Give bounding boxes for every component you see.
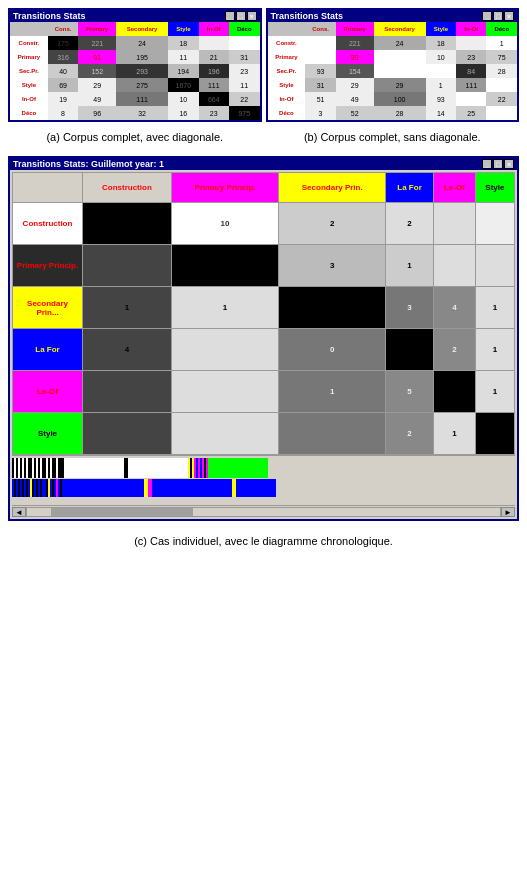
row-a-4: In-Of 19 49 111 10 664 22 xyxy=(10,92,260,106)
close-b[interactable]: × xyxy=(504,11,514,21)
tl-seg xyxy=(128,458,188,478)
row-label-b-4: In-Of xyxy=(268,92,306,106)
big-matrix-container: Construction Primary Princip. Secondary … xyxy=(10,170,517,519)
scrollbar-thumb[interactable] xyxy=(51,508,193,516)
big-cell-3-4: 2 xyxy=(433,329,475,371)
big-cell-0-2: 2 xyxy=(279,203,386,245)
big-cell-1-2: 3 xyxy=(279,245,386,287)
big-cell-5-2 xyxy=(279,413,386,455)
cell-a-0-5 xyxy=(229,36,260,50)
col-h5-a: In-Of xyxy=(199,22,229,36)
window-c: Transitions Stats: Guillemot year: 1 _ □… xyxy=(8,156,519,521)
scroll-right-btn[interactable]: ► xyxy=(501,507,515,517)
titlebar-c: Transitions Stats: Guillemot year: 1 _ □… xyxy=(10,158,517,170)
row-b-4: In-Of 51 49 100 93 22 xyxy=(268,92,518,106)
big-cell-2-1: 1 xyxy=(171,287,279,329)
titlebar-a: Transitions Stats _ □ × xyxy=(10,10,260,22)
controls-b: _ □ × xyxy=(482,11,514,21)
minimize-b[interactable]: _ xyxy=(482,11,492,21)
col-h3-a: Secondary xyxy=(116,22,168,36)
row-label-b-3: Style xyxy=(268,78,306,92)
cell-a-0-3: 18 xyxy=(168,36,198,50)
cell-b-4-1: 49 xyxy=(336,92,374,106)
big-cell-1-4 xyxy=(433,245,475,287)
scroll-left-btn[interactable]: ◄ xyxy=(12,507,26,517)
big-cell-0-4 xyxy=(433,203,475,245)
row-b-5: Déco 3 52 28 14 25 xyxy=(268,106,518,120)
row-a-5: Déco 8 96 32 16 23 975 xyxy=(10,106,260,120)
cell-b-1-1: 99 xyxy=(336,50,374,64)
big-matrix: Construction Primary Princip. Secondary … xyxy=(12,172,515,455)
col-h6-b: Déco xyxy=(486,22,517,36)
header-row-b: Cons. Primary Secondary Style In-Of Déco xyxy=(268,22,518,36)
caption-b: (b) Corpus complet, sans diagonale. xyxy=(266,128,520,146)
close-c[interactable]: × xyxy=(504,159,514,169)
col-h1-b: Cons. xyxy=(305,22,335,36)
timeline-container xyxy=(12,455,515,505)
scrollbar-area[interactable]: ◄ ► xyxy=(12,505,515,517)
big-cell-2-5: 1 xyxy=(475,287,514,329)
cell-a-1-0: 316 xyxy=(48,50,78,64)
big-row-label-4: Le-Of xyxy=(13,371,83,413)
cell-a-5-0: 8 xyxy=(48,106,78,120)
minimize-a[interactable]: _ xyxy=(225,11,235,21)
big-row-5: Style 2 1 xyxy=(13,413,515,455)
big-row-3: La For 4 0 2 1 xyxy=(13,329,515,371)
maximize-b[interactable]: □ xyxy=(493,11,503,21)
controls-c: _ □ × xyxy=(482,159,514,169)
big-row-0: Construction 10 2 2 xyxy=(13,203,515,245)
row-a-1: Primary 316 91 195 11 21 31 xyxy=(10,50,260,64)
page-container: Transitions Stats _ □ × Cons. Primary Se… xyxy=(0,0,527,559)
big-cell-1-1 xyxy=(171,245,279,287)
cell-a-1-5: 31 xyxy=(229,50,260,64)
maximize-c[interactable]: □ xyxy=(493,159,503,169)
big-col-h0 xyxy=(13,173,83,203)
horizontal-scrollbar[interactable] xyxy=(26,507,501,517)
cell-a-1-4: 21 xyxy=(199,50,229,64)
big-col-h1: Construction xyxy=(83,173,172,203)
big-cell-4-5: 1 xyxy=(475,371,514,413)
timeline-bar-2 xyxy=(12,479,515,497)
timeline-bar-1 xyxy=(12,458,515,478)
cell-b-3-2: 29 xyxy=(374,78,426,92)
col-h6-a: Déco xyxy=(229,22,260,36)
top-captions: (a) Corpus complet, avec diagonale. (b) … xyxy=(8,128,519,146)
row-label-b-1: Primary xyxy=(268,50,306,64)
col-h1-a: Cons. xyxy=(48,22,78,36)
tl-seg xyxy=(152,479,232,497)
cell-a-4-4: 664 xyxy=(199,92,229,106)
maximize-a[interactable]: □ xyxy=(236,11,246,21)
cell-b-4-3: 93 xyxy=(426,92,456,106)
cell-b-1-4: 23 xyxy=(456,50,486,64)
row-a-3: Style 69 29 275 1670 111 11 xyxy=(10,78,260,92)
cell-a-1-3: 11 xyxy=(168,50,198,64)
caption-a: (a) Corpus complet, avec diagonale. xyxy=(8,128,262,146)
cell-b-4-0: 51 xyxy=(305,92,335,106)
title-c: Transitions Stats: Guillemot year: 1 xyxy=(13,159,164,169)
controls-a: _ □ × xyxy=(225,11,257,21)
big-cell-2-3: 3 xyxy=(386,287,434,329)
big-row-2: Secondary Prin... 1 1 3 4 1 xyxy=(13,287,515,329)
cell-b-3-4: 111 xyxy=(456,78,486,92)
cell-b-2-2 xyxy=(374,64,426,78)
cell-a-0-1: 221 xyxy=(78,36,116,50)
cell-a-2-2: 293 xyxy=(116,64,168,78)
big-col-h3: Secondary Prin. xyxy=(279,173,386,203)
row-b-3: Style 31 29 29 1 111 xyxy=(268,78,518,92)
cell-a-0-0: 175 xyxy=(48,36,78,50)
row-label-a-1: Primary xyxy=(10,50,48,64)
minimize-c[interactable]: _ xyxy=(482,159,492,169)
row-label-a-3: Style xyxy=(10,78,48,92)
big-cell-0-1: 10 xyxy=(171,203,279,245)
cell-b-5-3: 14 xyxy=(426,106,456,120)
close-a[interactable]: × xyxy=(247,11,257,21)
cell-b-3-0: 31 xyxy=(305,78,335,92)
title-b: Transitions Stats xyxy=(271,11,344,21)
cell-b-5-0: 3 xyxy=(305,106,335,120)
cell-b-0-3: 18 xyxy=(426,36,456,50)
matrix-a: Cons. Primary Secondary Style In-Of Déco… xyxy=(10,22,260,120)
tl-seg xyxy=(64,458,124,478)
window-b: Transitions Stats _ □ × Cons. Primary Se… xyxy=(266,8,520,122)
cell-a-5-3: 16 xyxy=(168,106,198,120)
row-label-b-5: Déco xyxy=(268,106,306,120)
